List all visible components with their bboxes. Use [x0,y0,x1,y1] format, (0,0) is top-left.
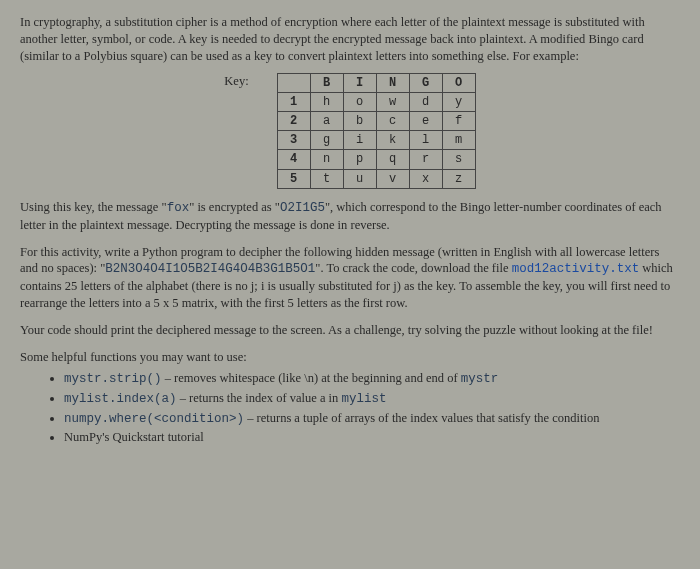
cell: r [409,150,442,169]
table-row: 2 a b c e f [277,112,475,131]
cell: n [310,150,343,169]
code-snippet: mylist [341,392,386,406]
example-ciphertext: O2I1G5 [280,201,325,215]
example-plaintext: fox [167,201,190,215]
text: Using this key, the message " [20,200,167,214]
cell: c [376,112,409,131]
row-header: 5 [277,169,310,188]
cell: a [310,112,343,131]
text: " is encrypted as " [189,200,280,214]
cell: p [343,150,376,169]
cell: t [310,169,343,188]
cell: y [442,92,475,111]
col-header: N [376,73,409,92]
col-header: O [442,73,475,92]
cell: s [442,150,475,169]
code-snippet: numpy.where(<condition>) [64,412,244,426]
cell: g [310,131,343,150]
table-row: 4 n p q r s [277,150,475,169]
col-header: I [343,73,376,92]
cell: x [409,169,442,188]
text: ". To crack the code, download the file [315,261,511,275]
text: – returns the index of value a in [177,391,342,405]
cell: w [376,92,409,111]
cell: e [409,112,442,131]
corner-cell [277,73,310,92]
cell: u [343,169,376,188]
row-header: 2 [277,112,310,131]
table-row: 5 t u v x z [277,169,475,188]
key-label: Key: [224,73,248,90]
table-row: 1 h o w d y [277,92,475,111]
cell: f [442,112,475,131]
list-item: numpy.where(<condition>) – returns a tup… [64,410,680,428]
cell: z [442,169,475,188]
challenge-paragraph: Your code should print the deciphered me… [20,322,680,339]
cell: m [442,131,475,150]
list-item: mylist.index(a) – returns the index of v… [64,390,680,408]
code-snippet: mylist.index(a) [64,392,177,406]
bingo-table: B I N G O 1 h o w d y 2 a b c e f [277,73,476,189]
cell: i [343,131,376,150]
list-item: mystr.strip() – removes whitespace (like… [64,370,680,388]
hints-list: mystr.strip() – removes whitespace (like… [20,370,680,447]
code-snippet: mystr.strip() [64,372,162,386]
example-paragraph: Using this key, the message "fox" is enc… [20,199,680,234]
col-header: B [310,73,343,92]
cell: k [376,131,409,150]
row-header: 3 [277,131,310,150]
cell: h [310,92,343,111]
list-item: NumPy's Quickstart tutorial [64,429,680,446]
code-snippet: mystr [461,372,499,386]
table-row: 3 g i k l m [277,131,475,150]
row-header: 4 [277,150,310,169]
download-link[interactable]: mod12activity.txt [512,262,640,276]
intro-paragraph: In cryptography, a substitution cipher i… [20,14,680,65]
activity-paragraph: For this activity, write a Python progra… [20,244,680,313]
cell: q [376,150,409,169]
cell: d [409,92,442,111]
cell: v [376,169,409,188]
document-page: In cryptography, a substitution cipher i… [0,0,700,464]
row-header: 1 [277,92,310,111]
text: – returns a tuple of arrays of the index… [244,411,599,425]
hints-heading: Some helpful functions you may want to u… [20,349,680,366]
table-row: B I N G O [277,73,475,92]
text: – removes whitespace (like \n) at the be… [162,371,461,385]
cell: b [343,112,376,131]
cell: l [409,131,442,150]
cell: o [343,92,376,111]
col-header: G [409,73,442,92]
text: NumPy's Quickstart tutorial [64,430,204,444]
key-section: Key: B I N G O 1 h o w d y 2 a b [20,73,680,189]
hidden-message-code: B2N3O4O4I1O5B2I4G4O4B3G1B5O1 [105,262,315,276]
